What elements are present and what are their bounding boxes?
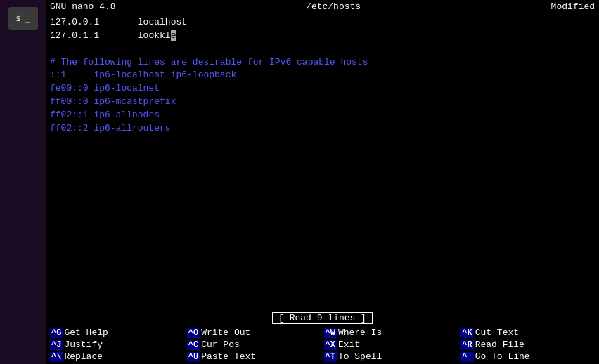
shortcut-key: ^T [324, 352, 337, 362]
shortcut-label: Replace [64, 351, 103, 362]
editor-line: ff02::1 ip6-allnodes [50, 109, 595, 122]
shortcut-label: Get Help [64, 327, 108, 338]
shortcut-key: ^W [324, 328, 337, 338]
editor-line: ::1 ip6-localhost ip6-loopback [50, 69, 595, 82]
shortcut-key: ^O [187, 328, 200, 338]
app-name: GNU nano 4.8 [50, 1, 116, 12]
nano-header: GNU nano 4.8 /etc/hosts Modified [46, 0, 599, 13]
editor-line: ff00::0 ip6-mcastprefix [50, 96, 595, 109]
shortcut-key: ^G [50, 328, 63, 338]
shortcut-key: ^X [324, 340, 337, 350]
shortcut-label: Cut Text [475, 327, 519, 338]
shortcut-label: Justify [64, 339, 103, 350]
shortcut-label: Exit [338, 339, 360, 350]
shortcut-item: ^_Go To Line [459, 351, 596, 363]
editor-line: # The following lines are desirable for … [50, 56, 595, 70]
shortcut-item: ^RRead File [459, 339, 596, 351]
terminal-icon[interactable]: $ _ [8, 7, 38, 30]
text-cursor: e [171, 30, 176, 41]
shortcut-item: ^UPaste Text [186, 351, 323, 363]
sidebar: $ _ [0, 0, 46, 364]
shortcut-item: ^WWhere Is [323, 327, 460, 339]
editor-line: 127.0.0.1 localhost [50, 16, 595, 30]
shortcut-label: Read File [475, 339, 524, 350]
modified-status: Modified [551, 1, 595, 12]
shortcut-label: To Spell [338, 351, 382, 362]
shortcut-key: ^J [50, 340, 63, 350]
shortcut-item: ^GGet Help [49, 327, 186, 339]
shortcut-item: ^CCur Pos [186, 339, 323, 351]
shortcut-label: Write Out [201, 327, 250, 338]
shortcut-bar: ^GGet Help^OWrite Out^WWhere Is^KCut Tex… [46, 325, 599, 364]
shortcut-item: ^KCut Text [459, 327, 596, 339]
status-bar: [ Read 9 lines ] [46, 311, 599, 325]
shortcut-key: ^C [187, 340, 200, 350]
editor-line [50, 43, 595, 56]
shortcut-label: Where Is [338, 327, 382, 338]
shortcut-key: ^R [460, 340, 473, 350]
shortcut-key: ^\ [50, 352, 63, 362]
shortcut-key: ^U [187, 352, 200, 362]
terminal-icon-text: $ _ [16, 14, 30, 23]
shortcut-item: ^JJustify [49, 339, 186, 351]
file-path: /etc/hosts [306, 1, 361, 12]
status-message: [ Read 9 lines ] [272, 312, 373, 324]
shortcut-label: Paste Text [201, 351, 256, 362]
shortcut-label: Go To Line [475, 351, 530, 362]
editor-line: 127.0.1.1 lookkle [50, 30, 595, 43]
shortcut-item: ^\Replace [49, 351, 186, 363]
shortcut-key: ^_ [460, 352, 473, 362]
shortcut-key: ^K [460, 328, 473, 338]
editor-area[interactable]: 127.0.0.1 localhost127.0.1.1 lookkle # T… [46, 13, 599, 311]
main-area: GNU nano 4.8 /etc/hosts Modified 127.0.0… [46, 0, 599, 364]
shortcut-item: ^TTo Spell [323, 351, 460, 363]
shortcut-item: ^OWrite Out [186, 327, 323, 339]
editor-line: ff02::2 ip6-allrouters [50, 122, 595, 136]
shortcut-label: Cur Pos [201, 339, 240, 350]
editor-line: fe00::0 ip6-localnet [50, 82, 595, 96]
shortcut-item: ^XExit [323, 339, 460, 351]
